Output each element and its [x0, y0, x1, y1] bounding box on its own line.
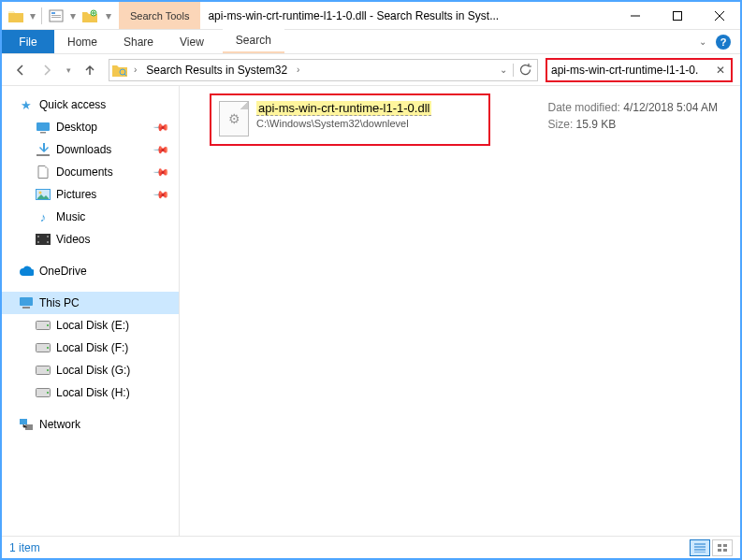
ribbon-tab-share[interactable]: Share [110, 30, 167, 53]
minimize-button[interactable] [614, 2, 656, 29]
music-icon: ♪ [36, 209, 51, 224]
svg-rect-7 [36, 122, 50, 131]
svg-rect-17 [20, 297, 33, 306]
ribbon-tab-home[interactable]: Home [54, 30, 110, 53]
maximize-button[interactable] [656, 2, 698, 29]
svg-rect-9 [36, 154, 50, 156]
qat-dropdown-icon[interactable]: ▾ [68, 6, 78, 26]
address-dropdown-icon[interactable]: ⌄ [496, 65, 511, 75]
nav-videos[interactable]: Videos [2, 228, 179, 251]
address-bar-row: ▾ › Search Results in System32 › ⌄ ✕ [2, 54, 740, 86]
chevron-right-icon[interactable]: › [130, 65, 140, 75]
ribbon-expand-icon[interactable]: ⌄ [699, 36, 706, 47]
search-tools-context-tab[interactable]: Search Tools [119, 2, 200, 29]
window-title: api-ms-win-crt-runtime-l1-1-0.dll - Sear… [200, 2, 614, 29]
explorer-window: ▾ ▾ ▾ Search Tools api-ms-win-crt-runtim… [0, 0, 742, 560]
properties-icon[interactable] [46, 6, 66, 26]
refresh-button[interactable] [513, 64, 535, 77]
breadcrumb-location[interactable]: Search Results in System32 [142, 64, 291, 77]
svg-rect-27 [20, 419, 27, 424]
nav-label: Local Disk (H:) [56, 386, 130, 399]
nav-drive[interactable]: Local Disk (F:) [2, 337, 179, 359]
nav-label: Local Disk (E:) [56, 319, 129, 332]
ribbon-tab-view[interactable]: View [167, 30, 217, 53]
body: ★ Quick access Desktop 📌 Downloads 📌 Doc… [2, 86, 740, 536]
up-button[interactable] [79, 59, 101, 81]
svg-rect-30 [723, 544, 727, 547]
nav-desktop[interactable]: Desktop 📌 [2, 116, 179, 138]
search-input[interactable] [551, 64, 714, 77]
pin-icon: 📌 [152, 163, 169, 180]
nav-label: Pictures [56, 188, 96, 201]
date-modified-label: Date modified: [548, 101, 620, 114]
svg-rect-29 [718, 544, 721, 547]
quick-access-header[interactable]: ★ Quick access [2, 93, 179, 116]
clear-search-icon[interactable]: ✕ [714, 64, 727, 77]
onedrive-header[interactable]: OneDrive [2, 260, 179, 282]
qat-dropdown-icon[interactable]: ▾ [28, 6, 37, 26]
svg-point-11 [39, 192, 42, 194]
back-button[interactable] [9, 59, 32, 81]
details-view-button[interactable] [690, 539, 710, 556]
svg-rect-16 [47, 241, 49, 243]
forward-button[interactable] [36, 59, 58, 81]
nav-drive[interactable]: Local Disk (E:) [2, 314, 179, 337]
nav-label: This PC [39, 296, 80, 309]
nav-label: Downloads [56, 143, 111, 156]
svg-rect-1 [51, 12, 55, 14]
network-header[interactable]: Network [2, 413, 179, 436]
search-box[interactable]: ✕ [546, 58, 733, 82]
picture-icon [36, 187, 51, 202]
close-button[interactable] [698, 2, 740, 29]
drive-icon [36, 385, 51, 400]
nav-label: Local Disk (G:) [56, 364, 130, 377]
nav-label: Local Disk (F:) [56, 341, 128, 354]
video-icon [36, 232, 51, 247]
date-modified-value: 4/12/2018 5:04 AM [623, 101, 718, 114]
svg-rect-14 [37, 241, 39, 243]
help-icon[interactable]: ? [716, 35, 731, 50]
nav-label: OneDrive [39, 265, 87, 278]
new-folder-icon[interactable] [80, 6, 100, 26]
svg-rect-3 [51, 17, 61, 18]
svg-rect-32 [723, 549, 727, 552]
content-area: ⚙ api-ms-win-crt-runtime-l1-1-0.dll C:\W… [180, 86, 740, 536]
download-icon [36, 142, 51, 157]
nav-label: Videos [56, 233, 90, 246]
nav-drive[interactable]: Local Disk (G:) [2, 359, 179, 381]
breadcrumb[interactable]: › Search Results in System32 › ⌄ [109, 59, 538, 81]
cloud-icon [19, 264, 34, 279]
star-icon: ★ [19, 97, 34, 112]
pin-icon: 📌 [152, 140, 169, 158]
nav-label: Music [56, 210, 85, 223]
pin-icon: 📌 [152, 185, 169, 203]
qat-customize-icon[interactable]: ▾ [102, 6, 115, 26]
ribbon-tabs: File Home Share View Search ⌄ ? [2, 30, 740, 54]
search-result-item[interactable]: ⚙ api-ms-win-crt-runtime-l1-1-0.dll C:\W… [210, 93, 490, 146]
nav-label: Network [39, 418, 80, 431]
item-count: 1 item [9, 541, 40, 554]
ribbon-tab-search[interactable]: Search [223, 29, 284, 53]
svg-point-20 [47, 324, 49, 326]
nav-downloads[interactable]: Downloads 📌 [2, 138, 179, 161]
svg-rect-5 [673, 11, 681, 20]
quick-access-toolbar: ▾ ▾ ▾ [2, 2, 119, 29]
result-metadata: Date modified: 4/12/2018 5:04 AM Size: 1… [548, 99, 718, 133]
this-pc-header[interactable]: This PC [2, 292, 179, 314]
desktop-icon [36, 120, 51, 135]
nav-documents[interactable]: Documents 📌 [2, 161, 179, 183]
nav-pictures[interactable]: Pictures 📌 [2, 183, 179, 206]
result-path: C:\Windows\System32\downlevel [256, 118, 431, 129]
folder-icon[interactable] [6, 6, 26, 26]
recent-dropdown-icon[interactable]: ▾ [62, 59, 75, 81]
chevron-right-icon[interactable]: › [293, 65, 303, 75]
large-icons-view-button[interactable] [712, 539, 733, 556]
nav-drive[interactable]: Local Disk (H:) [2, 381, 179, 404]
nav-label: Desktop [56, 121, 97, 134]
nav-label: Quick access [39, 98, 106, 111]
file-tab[interactable]: File [2, 30, 54, 53]
svg-rect-13 [37, 236, 39, 237]
nav-music[interactable]: ♪ Music [2, 206, 179, 228]
size-label: Size: [548, 118, 574, 131]
svg-rect-12 [36, 234, 51, 245]
